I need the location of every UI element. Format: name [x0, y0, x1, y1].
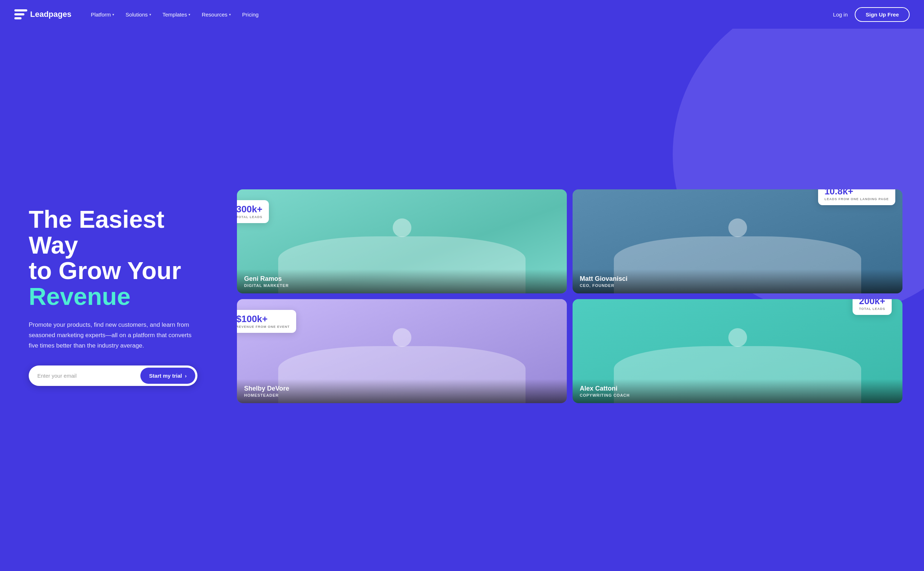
stat-badge-300k: 300k+ Total Leads: [237, 200, 269, 223]
nav-links: Platform ▾ Solutions ▾ Templates ▾ Resou…: [86, 9, 833, 20]
email-input[interactable]: [37, 373, 140, 379]
person-card-shelby: Shelby DeVore Homesteader $100k+ Revenue…: [237, 299, 567, 403]
trial-cta-button[interactable]: Start my trial ›: [140, 367, 195, 384]
hero-form: Start my trial ›: [29, 366, 197, 386]
navigation: Leadpages Platform ▾ Solutions ▾ Templat…: [0, 0, 924, 29]
stat-badge-108k: 10.8k+ Leads From One Landing Page: [818, 189, 895, 205]
login-button[interactable]: Log in: [833, 11, 848, 18]
person-role-shelby: Homesteader: [244, 393, 560, 397]
svg-rect-2: [14, 17, 22, 19]
person-card-alex: Alex Cattoni Copywriting Coach 200k+ Tot…: [573, 299, 902, 403]
person-name-alex: Alex Cattoni: [580, 385, 895, 392]
arrow-icon: ›: [185, 373, 187, 379]
logo[interactable]: Leadpages: [14, 9, 71, 19]
svg-rect-1: [14, 13, 25, 15]
nav-pricing[interactable]: Pricing: [237, 9, 264, 20]
card-overlay-4: Alex Cattoni Copywriting Coach: [573, 379, 902, 403]
stat-badge-100k: $100k+ Revenue From One Event: [237, 310, 296, 333]
svg-rect-0: [14, 9, 27, 11]
card-overlay-3: Shelby DeVore Homesteader: [237, 379, 567, 403]
nav-actions: Log in Sign Up Free: [833, 7, 910, 22]
stat-badge-200k: 200k+ Total Leads: [853, 299, 892, 315]
nav-platform[interactable]: Platform ▾: [86, 9, 119, 20]
hero-content: The Easiest Way to Grow Your Revenue Pro…: [29, 207, 215, 386]
signup-button[interactable]: Sign Up Free: [855, 7, 910, 22]
person-role-geni: Digital Marketer: [244, 283, 560, 288]
hero-section: The Easiest Way to Grow Your Revenue Pro…: [0, 29, 924, 571]
person-name-shelby: Shelby DeVore: [244, 385, 560, 392]
chevron-down-icon: ▾: [229, 12, 231, 17]
nav-resources[interactable]: Resources ▾: [197, 9, 236, 20]
card-overlay-1: Geni Ramos Digital Marketer: [237, 269, 567, 293]
chevron-down-icon: ▾: [112, 12, 114, 17]
nav-templates[interactable]: Templates ▾: [158, 9, 195, 20]
chevron-down-icon: ▾: [189, 12, 190, 17]
chevron-down-icon: ▾: [149, 12, 151, 17]
person-role-alex: Copywriting Coach: [580, 393, 895, 397]
hero-description: Promote your products, find new customer…: [29, 320, 201, 351]
person-name-geni: Geni Ramos: [244, 275, 560, 282]
person-name-matt: Matt Giovanisci: [580, 275, 895, 282]
nav-solutions[interactable]: Solutions ▾: [121, 9, 156, 20]
hero-title: The Easiest Way to Grow Your Revenue: [29, 207, 215, 309]
brand-name: Leadpages: [30, 10, 71, 19]
person-card-geni: Geni Ramos Digital Marketer 300k+ Total …: [237, 189, 567, 293]
person-card-matt: Matt Giovanisci CEO, Founder 10.8k+ Lead…: [573, 189, 902, 293]
card-overlay-2: Matt Giovanisci CEO, Founder: [573, 269, 902, 293]
person-role-matt: CEO, Founder: [580, 283, 895, 288]
hero-cards: Geni Ramos Digital Marketer 300k+ Total …: [215, 189, 902, 403]
